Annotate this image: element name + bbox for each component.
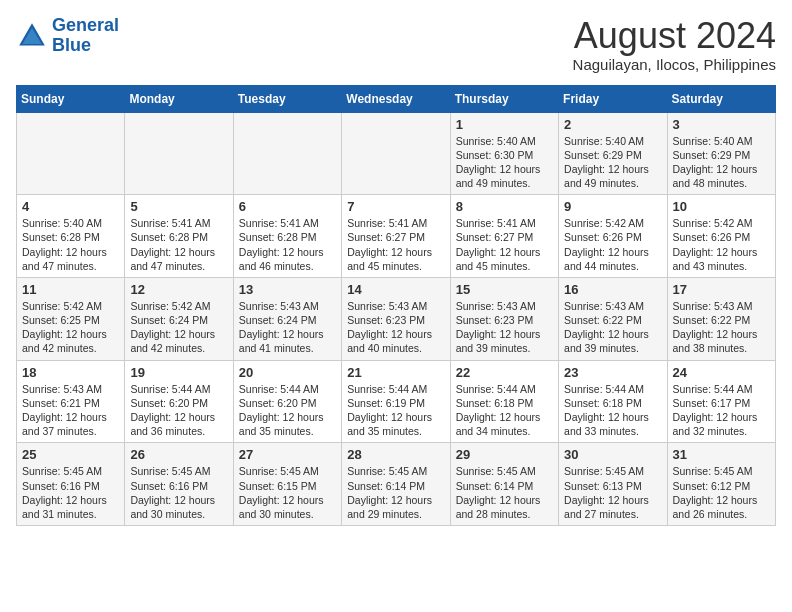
cell-content: Sunrise: 5:44 AM Sunset: 6:19 PM Dayligh… [347, 382, 444, 439]
day-number: 14 [347, 282, 444, 297]
cell-content: Sunrise: 5:45 AM Sunset: 6:14 PM Dayligh… [456, 464, 553, 521]
calendar-cell: 20Sunrise: 5:44 AM Sunset: 6:20 PM Dayli… [233, 360, 341, 443]
cell-content: Sunrise: 5:41 AM Sunset: 6:28 PM Dayligh… [130, 216, 227, 273]
day-number: 27 [239, 447, 336, 462]
day-number: 23 [564, 365, 661, 380]
day-number: 1 [456, 117, 553, 132]
calendar-cell: 2Sunrise: 5:40 AM Sunset: 6:29 PM Daylig… [559, 112, 667, 195]
cell-content: Sunrise: 5:41 AM Sunset: 6:27 PM Dayligh… [456, 216, 553, 273]
cell-content: Sunrise: 5:41 AM Sunset: 6:27 PM Dayligh… [347, 216, 444, 273]
day-number: 21 [347, 365, 444, 380]
cell-content: Sunrise: 5:43 AM Sunset: 6:21 PM Dayligh… [22, 382, 119, 439]
calendar-cell: 28Sunrise: 5:45 AM Sunset: 6:14 PM Dayli… [342, 443, 450, 526]
cell-content: Sunrise: 5:45 AM Sunset: 6:16 PM Dayligh… [22, 464, 119, 521]
title-block: August 2024 Naguilayan, Ilocos, Philippi… [573, 16, 776, 73]
header-thursday: Thursday [450, 85, 558, 112]
calendar-cell: 4Sunrise: 5:40 AM Sunset: 6:28 PM Daylig… [17, 195, 125, 278]
calendar-cell: 7Sunrise: 5:41 AM Sunset: 6:27 PM Daylig… [342, 195, 450, 278]
day-number: 11 [22, 282, 119, 297]
day-number: 19 [130, 365, 227, 380]
day-number: 5 [130, 199, 227, 214]
day-number: 17 [673, 282, 770, 297]
calendar-cell: 16Sunrise: 5:43 AM Sunset: 6:22 PM Dayli… [559, 277, 667, 360]
day-number: 10 [673, 199, 770, 214]
day-number: 30 [564, 447, 661, 462]
calendar-cell: 12Sunrise: 5:42 AM Sunset: 6:24 PM Dayli… [125, 277, 233, 360]
calendar-header: SundayMondayTuesdayWednesdayThursdayFrid… [17, 85, 776, 112]
calendar-cell: 18Sunrise: 5:43 AM Sunset: 6:21 PM Dayli… [17, 360, 125, 443]
cell-content: Sunrise: 5:42 AM Sunset: 6:26 PM Dayligh… [564, 216, 661, 273]
calendar-cell: 5Sunrise: 5:41 AM Sunset: 6:28 PM Daylig… [125, 195, 233, 278]
calendar-cell: 25Sunrise: 5:45 AM Sunset: 6:16 PM Dayli… [17, 443, 125, 526]
day-number: 13 [239, 282, 336, 297]
main-title: August 2024 [573, 16, 776, 56]
logo-text: General Blue [52, 16, 119, 56]
cell-content: Sunrise: 5:45 AM Sunset: 6:12 PM Dayligh… [673, 464, 770, 521]
cell-content: Sunrise: 5:41 AM Sunset: 6:28 PM Dayligh… [239, 216, 336, 273]
calendar-cell [233, 112, 341, 195]
calendar-cell: 9Sunrise: 5:42 AM Sunset: 6:26 PM Daylig… [559, 195, 667, 278]
day-number: 4 [22, 199, 119, 214]
calendar-cell: 29Sunrise: 5:45 AM Sunset: 6:14 PM Dayli… [450, 443, 558, 526]
cell-content: Sunrise: 5:43 AM Sunset: 6:23 PM Dayligh… [456, 299, 553, 356]
day-number: 20 [239, 365, 336, 380]
header-tuesday: Tuesday [233, 85, 341, 112]
calendar-cell [17, 112, 125, 195]
cell-content: Sunrise: 5:45 AM Sunset: 6:16 PM Dayligh… [130, 464, 227, 521]
calendar-cell: 19Sunrise: 5:44 AM Sunset: 6:20 PM Dayli… [125, 360, 233, 443]
header-monday: Monday [125, 85, 233, 112]
calendar-cell: 3Sunrise: 5:40 AM Sunset: 6:29 PM Daylig… [667, 112, 775, 195]
day-number: 26 [130, 447, 227, 462]
logo-line1: General [52, 15, 119, 35]
calendar-cell: 13Sunrise: 5:43 AM Sunset: 6:24 PM Dayli… [233, 277, 341, 360]
cell-content: Sunrise: 5:40 AM Sunset: 6:29 PM Dayligh… [564, 134, 661, 191]
cell-content: Sunrise: 5:43 AM Sunset: 6:23 PM Dayligh… [347, 299, 444, 356]
cell-content: Sunrise: 5:40 AM Sunset: 6:28 PM Dayligh… [22, 216, 119, 273]
cell-content: Sunrise: 5:44 AM Sunset: 6:17 PM Dayligh… [673, 382, 770, 439]
cell-content: Sunrise: 5:43 AM Sunset: 6:22 PM Dayligh… [564, 299, 661, 356]
cell-content: Sunrise: 5:44 AM Sunset: 6:20 PM Dayligh… [239, 382, 336, 439]
calendar-cell [125, 112, 233, 195]
cell-content: Sunrise: 5:40 AM Sunset: 6:29 PM Dayligh… [673, 134, 770, 191]
calendar-cell: 10Sunrise: 5:42 AM Sunset: 6:26 PM Dayli… [667, 195, 775, 278]
logo-line2: Blue [52, 35, 91, 55]
calendar-cell: 27Sunrise: 5:45 AM Sunset: 6:15 PM Dayli… [233, 443, 341, 526]
day-number: 16 [564, 282, 661, 297]
calendar-cell: 14Sunrise: 5:43 AM Sunset: 6:23 PM Dayli… [342, 277, 450, 360]
cell-content: Sunrise: 5:45 AM Sunset: 6:14 PM Dayligh… [347, 464, 444, 521]
calendar-cell: 15Sunrise: 5:43 AM Sunset: 6:23 PM Dayli… [450, 277, 558, 360]
logo: General Blue [16, 16, 119, 56]
calendar-cell: 1Sunrise: 5:40 AM Sunset: 6:30 PM Daylig… [450, 112, 558, 195]
cell-content: Sunrise: 5:44 AM Sunset: 6:18 PM Dayligh… [564, 382, 661, 439]
logo-icon [16, 20, 48, 52]
day-number: 7 [347, 199, 444, 214]
subtitle: Naguilayan, Ilocos, Philippines [573, 56, 776, 73]
day-number: 15 [456, 282, 553, 297]
cell-content: Sunrise: 5:44 AM Sunset: 6:20 PM Dayligh… [130, 382, 227, 439]
calendar-cell: 26Sunrise: 5:45 AM Sunset: 6:16 PM Dayli… [125, 443, 233, 526]
calendar-cell: 30Sunrise: 5:45 AM Sunset: 6:13 PM Dayli… [559, 443, 667, 526]
cell-content: Sunrise: 5:42 AM Sunset: 6:24 PM Dayligh… [130, 299, 227, 356]
day-number: 12 [130, 282, 227, 297]
day-number: 31 [673, 447, 770, 462]
calendar-cell: 24Sunrise: 5:44 AM Sunset: 6:17 PM Dayli… [667, 360, 775, 443]
day-number: 22 [456, 365, 553, 380]
day-number: 28 [347, 447, 444, 462]
cell-content: Sunrise: 5:42 AM Sunset: 6:26 PM Dayligh… [673, 216, 770, 273]
calendar-cell: 21Sunrise: 5:44 AM Sunset: 6:19 PM Dayli… [342, 360, 450, 443]
day-number: 2 [564, 117, 661, 132]
cell-content: Sunrise: 5:42 AM Sunset: 6:25 PM Dayligh… [22, 299, 119, 356]
day-number: 3 [673, 117, 770, 132]
day-number: 18 [22, 365, 119, 380]
cell-content: Sunrise: 5:45 AM Sunset: 6:15 PM Dayligh… [239, 464, 336, 521]
calendar-cell: 31Sunrise: 5:45 AM Sunset: 6:12 PM Dayli… [667, 443, 775, 526]
header-friday: Friday [559, 85, 667, 112]
day-number: 9 [564, 199, 661, 214]
calendar-cell: 22Sunrise: 5:44 AM Sunset: 6:18 PM Dayli… [450, 360, 558, 443]
day-number: 24 [673, 365, 770, 380]
calendar-table: SundayMondayTuesdayWednesdayThursdayFrid… [16, 85, 776, 526]
header-saturday: Saturday [667, 85, 775, 112]
day-number: 8 [456, 199, 553, 214]
cell-content: Sunrise: 5:44 AM Sunset: 6:18 PM Dayligh… [456, 382, 553, 439]
cell-content: Sunrise: 5:43 AM Sunset: 6:22 PM Dayligh… [673, 299, 770, 356]
